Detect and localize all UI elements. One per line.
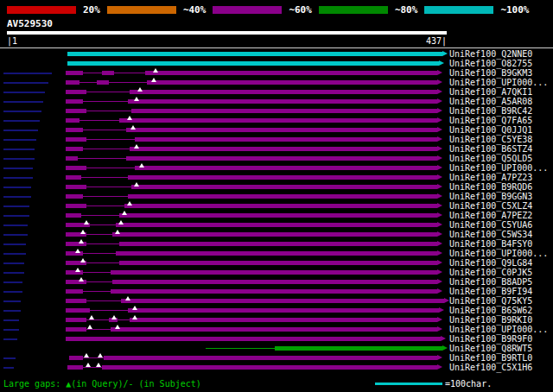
- hit-bar[interactable]: [66, 289, 437, 294]
- low-identity-segment: [3, 281, 22, 283]
- strand-arrow-icon: [437, 355, 442, 360]
- gap-triangle-icon: [151, 78, 156, 82]
- strand-arrow-icon: [442, 51, 448, 56]
- identity-scale-swatch: [7, 6, 76, 14]
- alignment-row: UniRef100_C5YE38: [0, 135, 553, 144]
- hit-accession-link[interactable]: UniRef100_B9RTL0: [449, 353, 532, 363]
- gap-triangle-icon: [153, 68, 158, 73]
- hit-accession-link[interactable]: UniRef100_B9FI94: [449, 287, 532, 296]
- hit-accession-link[interactable]: UniRef100_B9RC42: [449, 106, 532, 116]
- alignment-row: UniRef100_C5XLZ4: [0, 201, 553, 211]
- strand-arrow-icon: [437, 89, 442, 94]
- hit-accession-link[interactable]: UniRef100_B9GKM3: [449, 68, 532, 78]
- hit-bar[interactable]: [66, 118, 437, 123]
- hit-accession-link[interactable]: UniRef100_UPI000...: [449, 249, 548, 258]
- strand-arrow-icon: [437, 70, 442, 75]
- gap-segment: [79, 80, 97, 85]
- hit-bar[interactable]: [66, 337, 441, 341]
- low-identity-segment: [3, 168, 33, 169]
- hit-bar[interactable]: [67, 52, 442, 56]
- alignment-row: UniRef100_Q7FA65: [0, 116, 553, 125]
- alignment-row: UniRef100_C5WS34: [0, 230, 553, 239]
- hit-bar[interactable]: [66, 261, 437, 265]
- alignment-rows: UniRef100_Q2NNE0UniRef100_O82755UniRef10…: [0, 49, 553, 372]
- gap-segment: [81, 213, 119, 218]
- hit-bar[interactable]: [66, 280, 437, 284]
- hit-accession-link[interactable]: UniRef100_A7PEZ2: [449, 211, 532, 220]
- hit-accession-link[interactable]: UniRef100_B9R9F0: [449, 334, 532, 344]
- gap-segment: [90, 223, 116, 227]
- hit-accession-link[interactable]: UniRef100_C5YUA6: [449, 220, 532, 230]
- hit-accession-link[interactable]: UniRef100_B6SW62: [449, 306, 532, 315]
- hit-bar[interactable]: [66, 232, 437, 237]
- hit-bar[interactable]: [66, 299, 444, 303]
- identity-scale-label: ~40%: [183, 4, 207, 16]
- alignment-row: UniRef100_A7PEZ2: [0, 211, 553, 220]
- hit-bar[interactable]: [275, 346, 442, 351]
- gap-triangle-icon: [137, 87, 143, 92]
- gap-triangle-icon: [122, 211, 127, 215]
- gap-triangle-icon: [80, 258, 86, 262]
- strand-arrow-icon: [437, 155, 442, 161]
- gap-segment: [86, 232, 112, 237]
- gap-triangle-icon: [80, 230, 86, 234]
- hit-bar[interactable]: [66, 242, 437, 246]
- alignment-row: UniRef100_A5AR08: [0, 97, 553, 106]
- hit-accession-link[interactable]: UniRef100_UPI000...: [449, 163, 548, 173]
- hit-accession-link[interactable]: UniRef100_Q7FA65: [449, 116, 532, 125]
- gap-triangle-icon: [79, 277, 84, 281]
- gap-triangle-icon: [134, 97, 139, 101]
- low-identity-segment: [3, 130, 38, 131]
- hit-accession-link[interactable]: UniRef100_Q9LG84: [449, 258, 532, 268]
- hit-accession-link[interactable]: UniRef100_B9RKI0: [449, 315, 532, 325]
- gap-triangle-icon: [84, 220, 89, 224]
- identity-scale-label: ~100%: [500, 4, 529, 16]
- alignment-row: UniRef100_Q9LG84: [0, 258, 553, 268]
- hit-accession-link[interactable]: UniRef100_Q2NNE0: [449, 49, 532, 59]
- alignment-row: UniRef100_C0PJK5: [0, 268, 553, 277]
- gap-triangle-icon: [111, 315, 117, 319]
- gap-segment: [86, 299, 121, 303]
- hit-bar[interactable]: [67, 365, 437, 370]
- hit-accession-link[interactable]: UniRef100_Q8RWT5: [449, 344, 532, 353]
- hit-bar[interactable]: [66, 270, 437, 275]
- hit-accession-link[interactable]: UniRef100_B6STZ4: [449, 144, 532, 154]
- scale-legend-line-icon: [375, 383, 442, 385]
- hit-accession-link[interactable]: UniRef100_C5X1H6: [449, 363, 532, 372]
- gap-triangle-icon: [86, 363, 91, 367]
- hit-accession-link[interactable]: UniRef100_B9RQD6: [449, 182, 532, 192]
- low-identity-segment: [3, 357, 16, 359]
- hit-accession-link[interactable]: UniRef100_Q75KY5: [449, 296, 532, 306]
- low-identity-segment: [3, 234, 28, 236]
- low-identity-segment: [3, 253, 26, 255]
- hit-accession-link[interactable]: UniRef100_A5AR08: [449, 97, 532, 106]
- hit-accession-link[interactable]: UniRef100_B4FSY0: [449, 239, 532, 249]
- hit-accession-link[interactable]: UniRef100_A7QKI1: [449, 87, 532, 97]
- hit-accession-link[interactable]: UniRef100_O82755: [449, 59, 532, 68]
- hit-bar[interactable]: [67, 61, 439, 66]
- gap-triangle-icon: [134, 182, 139, 187]
- hit-accession-link[interactable]: UniRef100_UPI000...: [449, 78, 548, 87]
- hit-accession-link[interactable]: UniRef100_UPI000...: [449, 325, 548, 334]
- hit-accession-link[interactable]: UniRef100_B8ADP5: [449, 277, 532, 287]
- low-identity-segment: [3, 177, 33, 179]
- hit-accession-link[interactable]: UniRef100_C0PJK5: [449, 268, 532, 277]
- low-identity-segment: [3, 196, 31, 198]
- hit-accession-link[interactable]: UniRef100_B9GGN3: [449, 192, 532, 201]
- ruler-line: [0, 47, 553, 48]
- gap-triangle-icon: [125, 296, 130, 300]
- strand-arrow-icon: [437, 165, 442, 170]
- hit-bar[interactable]: [66, 251, 437, 256]
- hit-accession-link[interactable]: UniRef100_Q0JJQ1: [449, 125, 532, 135]
- hit-bar[interactable]: [66, 327, 437, 332]
- alignment-row: UniRef100_B9RC42: [0, 106, 553, 116]
- alignment-row: UniRef100_UPI000...: [0, 249, 553, 258]
- hit-accession-link[interactable]: UniRef100_Q5QLD5: [449, 154, 532, 163]
- hit-accession-link[interactable]: UniRef100_C5WS34: [449, 230, 532, 239]
- hit-accession-link[interactable]: UniRef100_C5YE38: [449, 135, 532, 144]
- alignment-row: UniRef100_B6STZ4: [0, 144, 553, 154]
- hit-accession-link[interactable]: UniRef100_A7PZ23: [449, 173, 532, 182]
- low-identity-segment: [3, 338, 17, 340]
- hit-bar[interactable]: [69, 356, 437, 360]
- hit-accession-link[interactable]: UniRef100_C5XLZ4: [449, 201, 532, 211]
